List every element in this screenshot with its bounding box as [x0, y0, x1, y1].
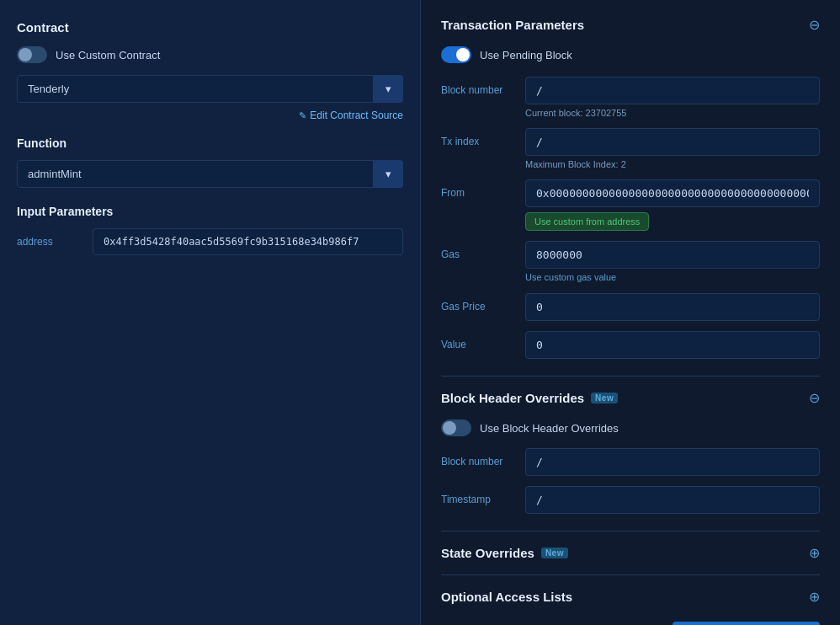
tx-params-collapse-icon[interactable]: ⊖	[809, 17, 820, 33]
network-select-wrapper: Tenderly ▾	[17, 75, 403, 103]
value-label: Value	[441, 331, 525, 350]
network-select[interactable]: Tenderly	[17, 75, 403, 103]
param-address-input[interactable]	[93, 228, 403, 255]
state-overrides-badge: New	[541, 548, 568, 558]
divider-3	[441, 574, 820, 575]
value-row: Value	[441, 331, 820, 359]
bh-block-number-input[interactable]	[525, 448, 820, 476]
edit-icon: ✎	[299, 110, 306, 121]
gas-input[interactable]	[525, 241, 820, 269]
use-pending-toggle[interactable]	[441, 46, 471, 63]
toggle-knob	[19, 48, 32, 61]
state-overrides-title: State Overrides	[441, 546, 534, 560]
from-label: From	[441, 179, 525, 199]
block-number-label: Block number	[441, 77, 525, 96]
bh-block-number-row: Block number	[441, 448, 820, 476]
block-header-section-header: Block Header Overrides New ⊖	[441, 390, 820, 406]
use-custom-from-btn[interactable]: Use custom from address	[525, 212, 649, 231]
function-select-wrapper: admintMint ▾	[17, 160, 403, 188]
block-header-title: Block Header Overrides	[441, 391, 584, 405]
optional-access-header: Optional Access Lists ⊕	[441, 589, 820, 605]
simulate-btn-wrap: Simulate Transaction	[441, 622, 820, 625]
gas-row: Gas Use custom gas value	[441, 241, 820, 283]
from-row: From Use custom from address	[441, 179, 820, 231]
left-panel: Contract Use Custom Contract Tenderly ▾ …	[0, 0, 421, 625]
use-pending-toggle-row: Use Pending Block	[441, 46, 820, 63]
tx-params-header: Transaction Parameters ⊖	[441, 17, 820, 33]
use-custom-label: Use Custom Contract	[56, 49, 160, 61]
block-header-toggle[interactable]	[441, 419, 471, 436]
divider-2	[441, 531, 820, 532]
input-params-title: Input Parameters	[17, 205, 403, 218]
bh-timestamp-input[interactable]	[525, 486, 820, 514]
state-overrides-header: State Overrides New ⊕	[441, 545, 820, 561]
value-input[interactable]	[525, 331, 820, 359]
gas-label: Gas	[441, 241, 525, 260]
optional-access-expand-icon[interactable]: ⊕	[809, 589, 820, 605]
divider-1	[441, 376, 820, 377]
use-custom-toggle[interactable]	[17, 46, 47, 63]
optional-access-title: Optional Access Lists	[441, 590, 572, 604]
tx-index-label: Tx index	[441, 128, 525, 147]
param-label: address	[17, 236, 84, 248]
tx-index-row: Tx index Maximum Block Index: 2	[441, 128, 820, 169]
gas-price-input[interactable]	[525, 293, 820, 321]
gas-price-label: Gas Price	[441, 293, 525, 312]
use-custom-gas-link[interactable]: Use custom gas value	[525, 272, 616, 282]
use-block-header-label: Use Block Header Overrides	[480, 422, 619, 435]
block-header-collapse-icon[interactable]: ⊖	[809, 390, 820, 406]
bh-block-number-label: Block number	[441, 448, 525, 467]
function-title: Function	[17, 136, 403, 150]
state-overrides-expand-icon[interactable]: ⊕	[809, 545, 820, 561]
pending-toggle-knob	[456, 48, 470, 61]
bh-timestamp-label: Timestamp	[441, 486, 525, 505]
block-number-input[interactable]	[525, 77, 820, 104]
use-pending-label: Use Pending Block	[480, 49, 572, 61]
tx-index-input[interactable]	[525, 128, 820, 156]
bh-timestamp-row: Timestamp	[441, 486, 820, 514]
tx-params-title: Transaction Parameters	[441, 18, 584, 32]
gas-price-row: Gas Price	[441, 293, 820, 321]
input-param-row: address	[17, 228, 403, 255]
current-block-hint: Current block: 23702755	[525, 108, 820, 118]
edit-contract-link[interactable]: ✎ Edit Contract Source	[17, 110, 403, 121]
max-block-hint: Maximum Block Index: 2	[525, 159, 820, 169]
use-custom-toggle-row: Use Custom Contract	[17, 46, 403, 63]
from-input[interactable]	[525, 179, 820, 207]
block-header-toggle-knob	[443, 421, 456, 435]
block-header-toggle-row: Use Block Header Overrides	[441, 419, 820, 436]
block-header-badge: New	[591, 393, 618, 403]
simulate-transaction-button[interactable]: Simulate Transaction	[673, 622, 820, 625]
block-number-row: Block number Current block: 23702755	[441, 77, 820, 118]
right-panel: Transaction Parameters ⊖ Use Pending Blo…	[421, 0, 840, 625]
function-select[interactable]: admintMint	[17, 160, 403, 188]
contract-section-title: Contract	[17, 20, 403, 35]
edit-contract-label: Edit Contract Source	[310, 110, 403, 121]
